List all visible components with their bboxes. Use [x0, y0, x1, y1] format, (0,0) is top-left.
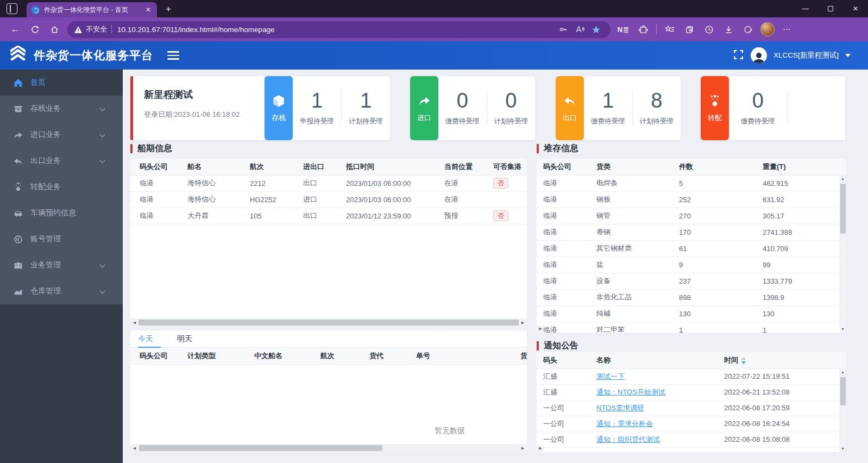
sidebar-item-label: 出口业务	[30, 156, 61, 166]
table-cell: 5	[679, 175, 763, 191]
scroll-left-icon[interactable]: ◀	[131, 319, 138, 326]
read-aloud-icon[interactable]	[573, 22, 587, 36]
table-cell: 预报	[444, 208, 493, 224]
metric: 1 申报待受理	[293, 90, 341, 126]
notice-link[interactable]: 通知：NTOS开始测试	[596, 388, 665, 396]
sidebar-item-transfer-business[interactable]: 转配业务	[0, 174, 123, 200]
back-icon[interactable]: ←	[7, 21, 23, 37]
scroll-right-icon[interactable]: ▶	[537, 445, 544, 452]
favorites-bar-icon[interactable]	[662, 21, 678, 37]
tab-tomorrow[interactable]: 明天	[177, 330, 192, 348]
notice-link[interactable]: 通知：组织货代测试	[596, 435, 660, 443]
url-text[interactable]: 10.10.201.67:7011/index.html#/home/homep…	[117, 26, 555, 34]
table-cell: 130	[763, 305, 846, 322]
tile-label: 存栈	[272, 113, 286, 123]
notice-link[interactable]: NTOS需求调研	[596, 404, 644, 412]
vertical-scrollbar[interactable]: ▲ ▼	[839, 368, 846, 452]
table-cell: 临港	[537, 191, 596, 208]
notices-section-title: 通知公告	[537, 340, 578, 352]
table-row: 一公司通知：需求分析会2022-06-08 16:24:54	[537, 416, 846, 431]
window-maximize-button[interactable]	[818, 0, 843, 17]
downloads-icon[interactable]	[720, 21, 737, 37]
table-cell: 462.915	[763, 175, 846, 191]
table-cell: 出口	[303, 208, 346, 224]
sidebar-item-import-business[interactable]: 进口业务	[0, 122, 123, 148]
horizontal-scrollbar[interactable]: ◀ ▶	[130, 444, 527, 452]
table-row: 汇盛通知：NTOS开始测试2022-06-21 13:52:08	[537, 384, 846, 400]
table-row: 临港设备2371333.779	[537, 273, 846, 289]
key-icon[interactable]	[556, 22, 570, 36]
sortable-column-header[interactable]: 时间	[724, 352, 846, 368]
history-icon[interactable]	[701, 21, 717, 37]
scroll-right-icon[interactable]: ▶	[519, 319, 526, 326]
scroll-down-icon[interactable]: ▼	[839, 326, 846, 333]
sidebar-item-export-business[interactable]: 出口业务	[0, 148, 123, 174]
sidebar-item-label: 存栈业务	[30, 104, 61, 114]
window-close-button[interactable]: ✕	[843, 0, 868, 17]
forward-arrow-icon	[417, 94, 431, 108]
scroll-right-icon[interactable]: ▶	[519, 445, 526, 452]
tab-close-icon[interactable]: ✕	[144, 6, 152, 14]
sidebar-item-home[interactable]: 首页	[0, 70, 123, 96]
user-dropdown-caret-icon[interactable]	[845, 54, 851, 57]
security-label[interactable]: 不安全	[86, 24, 107, 34]
scrollbar-thumb[interactable]	[139, 445, 382, 451]
notice-link[interactable]: 通知：需求分析会	[596, 420, 653, 428]
vertical-scrollbar[interactable]: ▲ ▼	[839, 175, 846, 333]
table-cell: 通知：需求分析会	[596, 416, 724, 431]
table-cell: 2741.388	[763, 224, 846, 240]
schedule-panel: 码头公司船名航次进出口抵口时间当前位置可否集港 临港海特信心2212出口2023…	[130, 159, 527, 327]
sidebar-item-storage-business[interactable]: 存栈业务	[0, 96, 123, 122]
user-name[interactable]: XLCCS[新里程测试]	[773, 51, 839, 60]
user-avatar-icon[interactable]	[751, 47, 767, 64]
active-tab-underline	[138, 347, 161, 348]
new-tab-button[interactable]: +	[162, 3, 175, 16]
scrollbar-thumb[interactable]	[840, 184, 846, 234]
chevron-down-icon	[100, 106, 105, 111]
web-capture-icon[interactable]	[740, 21, 756, 37]
no-badge: 否	[493, 178, 508, 189]
extensions-icon[interactable]	[635, 21, 651, 37]
more-icon[interactable]: ⋯	[779, 21, 795, 37]
browser-tab[interactable]: 件杂货一体化理货平台 - 首页 ✕	[27, 2, 157, 17]
collections-icon[interactable]	[681, 21, 697, 37]
favorite-star-icon[interactable]	[589, 22, 603, 36]
scroll-left-icon[interactable]: ◀	[131, 445, 138, 452]
profile-avatar[interactable]	[759, 21, 776, 37]
scrollbar-thumb[interactable]	[139, 320, 519, 326]
refresh-icon[interactable]	[27, 21, 43, 37]
notice-link[interactable]: 测试一下	[596, 372, 625, 380]
table-cell: 1	[763, 322, 846, 333]
table-cell: 在港	[444, 191, 493, 208]
table-cell: 其它钢材类	[596, 240, 679, 256]
sidebar-item-label: 进口业务	[30, 130, 61, 140]
plans-table: 码头公司计划类型中文船名航次货代单号货	[130, 348, 527, 365]
car-icon	[14, 209, 23, 218]
scroll-down-icon[interactable]: ▼	[839, 445, 846, 452]
sidebar-item-business-management[interactable]: 业务管理	[0, 252, 123, 278]
horizontal-scrollbar[interactable]: ◀ ▶	[130, 318, 527, 327]
fullscreen-icon[interactable]	[733, 49, 744, 62]
table-cell: 卷钢	[596, 224, 679, 240]
scroll-right-icon[interactable]: ▶	[537, 326, 544, 332]
scroll-up-icon[interactable]: ▲	[839, 175, 846, 182]
address-bar[interactable]: 不安全 10.10.201.67:7011/index.html#/home/h…	[67, 21, 611, 38]
sidebar-item-warehouse-management[interactable]: 仓库管理	[0, 278, 123, 304]
table-cell: 2022-06-08 15:08:08	[724, 431, 846, 447]
table-row: 临港钢板252631.92	[537, 191, 846, 208]
home-icon[interactable]	[46, 21, 62, 37]
sidebar-item-account-management[interactable]: 账号管理	[0, 226, 123, 252]
tab-actions-icon[interactable]	[7, 3, 17, 14]
tab-today[interactable]: 今天	[138, 330, 153, 348]
table-cell: 130	[679, 305, 763, 322]
app-logo-icon	[8, 46, 28, 65]
onenote-icon[interactable]: N≣	[615, 21, 632, 37]
scrollbar-thumb[interactable]	[840, 377, 846, 405]
menu-toggle-icon[interactable]	[167, 51, 179, 60]
sort-icon[interactable]	[741, 357, 746, 364]
sidebar-item-vehicle-booking[interactable]: 车辆预约信息	[0, 200, 123, 226]
scroll-up-icon[interactable]: ▲	[839, 368, 846, 376]
window-minimize-button[interactable]: —	[793, 0, 818, 17]
storage-section-title: 堆存信息	[537, 142, 578, 154]
stat-card-import: 进口 0 缴费待受理 0 计划待受理	[410, 76, 535, 140]
